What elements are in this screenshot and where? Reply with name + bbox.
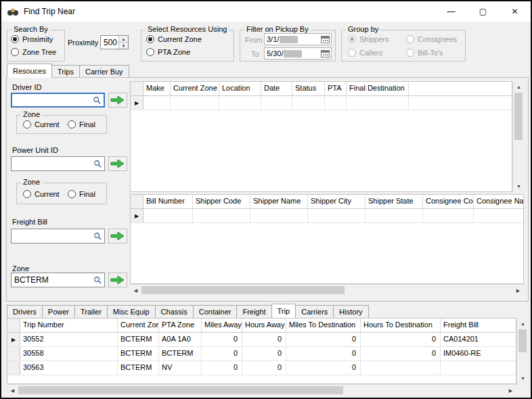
cell-current-zone[interactable]: BCTERM — [118, 361, 159, 375]
radio-proximity[interactable]: Proximity — [11, 35, 53, 43]
radio-power-zone-current[interactable]: Current — [23, 190, 60, 198]
scrollbar-thumb[interactable] — [518, 329, 527, 352]
cell-miles-away[interactable]: 0 — [202, 347, 242, 360]
column-header-status[interactable]: Status — [292, 82, 325, 95]
power-unit-go-button[interactable] — [108, 156, 127, 171]
power-unit-input[interactable] — [11, 156, 105, 171]
tab-trip[interactable]: Trip — [271, 304, 296, 318]
lookup-icon[interactable] — [92, 275, 104, 285]
radio-pta-zone[interactable]: PTA Zone — [146, 48, 190, 56]
scrollbar-thumb[interactable] — [514, 93, 523, 140]
lookup-icon[interactable] — [92, 158, 104, 169]
cell-pta-zone[interactable]: NV — [159, 361, 202, 375]
equipment-grid-vscrollbar[interactable]: ▲ ▼ — [512, 81, 524, 192]
proximity-spinner[interactable]: 500 ▲ ▼ — [100, 35, 129, 49]
tab-drivers[interactable]: Drivers — [7, 305, 43, 318]
column-header-miles-away[interactable]: Miles Away — [202, 319, 242, 332]
column-header-shipper-code[interactable]: Shipper Code — [193, 195, 250, 208]
calendar-icon[interactable] — [319, 48, 331, 59]
scrollbar-thumb[interactable] — [141, 286, 345, 294]
spinner-down-icon[interactable]: ▼ — [119, 43, 128, 49]
cell-trip-number[interactable]: 30563 — [20, 361, 118, 375]
row-marker-cell[interactable] — [7, 347, 20, 360]
column-header-consignee-name[interactable]: Consignee Name — [474, 195, 524, 208]
calendar-icon[interactable] — [319, 34, 331, 45]
cell-freight-bill[interactable] — [441, 361, 516, 375]
cell-hours-away[interactable]: 0 — [242, 347, 286, 360]
column-header-consignee-code[interactable]: Consignee Code — [423, 195, 474, 208]
column-header-shipper-state[interactable]: Shipper State — [365, 195, 423, 208]
scroll-down-icon[interactable]: ▼ — [517, 373, 529, 384]
cell-current-zone[interactable]: BCTERM — [118, 347, 159, 360]
cell-trip-number[interactable]: 30558 — [20, 347, 118, 360]
row-marker-cell[interactable] — [7, 361, 20, 375]
radio-driver-zone-final[interactable]: Final — [68, 120, 95, 128]
zone-input[interactable]: BCTERM — [11, 273, 105, 287]
cell-miles-to-destination[interactable]: 0 — [286, 361, 361, 375]
trip-grid-vscrollbar[interactable]: ▲ ▼ — [516, 318, 528, 384]
radio-consignees[interactable]: Consignees — [406, 35, 457, 43]
column-header-pta[interactable]: PTA — [325, 82, 347, 95]
trip-grid-hscrollbar[interactable]: ◀ ▶ — [7, 384, 516, 396]
cell-hours-to-destination[interactable]: 0 — [361, 347, 441, 360]
scroll-left-icon[interactable]: ◀ — [130, 285, 141, 296]
radio-zone-tree[interactable]: Zone Tree — [11, 48, 56, 56]
cell-pta-zone[interactable]: BCTERM — [159, 347, 202, 360]
column-header-location[interactable]: Location — [219, 82, 261, 95]
tab-history[interactable]: History — [333, 305, 368, 318]
cell-hours-to-destination[interactable]: 0 — [361, 333, 441, 346]
tab-trailer[interactable]: Trailer — [74, 305, 108, 318]
tab-chassis[interactable]: Chassis — [155, 305, 194, 318]
shipment-grid-new-row[interactable]: ▶ — [131, 209, 523, 223]
column-header-pta-zone[interactable]: PTA Zone — [159, 319, 202, 332]
column-header-freight-bill[interactable]: Freight Bill — [441, 319, 516, 332]
cell-miles-to-destination[interactable]: 0 — [286, 333, 361, 346]
cell-miles-to-destination[interactable]: 0 — [286, 347, 361, 360]
column-header-miles-to-destination[interactable]: Miles To Destination — [286, 319, 361, 332]
tab-container[interactable]: Container — [193, 305, 238, 318]
scroll-right-icon[interactable]: ▶ — [505, 385, 516, 396]
tab-misc-equip[interactable]: Misc Equip — [107, 305, 156, 318]
column-header-current-zone[interactable]: Current Zone — [171, 82, 219, 95]
pickup-to-input[interactable]: 5/30/ — [264, 47, 332, 60]
tab-trips[interactable]: Trips — [51, 65, 80, 78]
row-marker-icon[interactable]: ▶ — [7, 333, 20, 346]
freight-bill-input[interactable] — [11, 229, 105, 243]
scrollbar-track[interactable] — [141, 285, 512, 296]
freight-bill-go-button[interactable] — [108, 229, 127, 243]
cell-miles-away[interactable]: 0 — [202, 333, 242, 346]
radio-bill-tos[interactable]: Bill-To's — [406, 49, 443, 57]
tab-resources[interactable]: Resouces — [7, 64, 52, 78]
tab-freight[interactable]: Freight — [236, 305, 271, 318]
pickup-from-input[interactable]: 3/1/ — [264, 33, 332, 45]
maximize-button[interactable]: ▢ — [467, 1, 499, 22]
cell-current-zone[interactable]: BCTERM — [118, 333, 159, 346]
equipment-grid-new-row[interactable]: ▶ — [131, 96, 512, 110]
cell-freight-bill[interactable]: CA014201 — [441, 333, 516, 346]
column-header-current-zone[interactable]: Current Zone — [118, 319, 159, 332]
column-header-final-destination[interactable]: Final Destination — [347, 82, 409, 95]
scroll-left-icon[interactable]: ◀ — [7, 385, 18, 396]
cell-freight-bill[interactable]: IM0460-RE — [441, 347, 516, 360]
cell-hours-away[interactable]: 0 — [242, 333, 286, 346]
driver-id-go-button[interactable] — [108, 93, 127, 108]
column-header-bill-number[interactable]: Bill Number — [143, 195, 193, 208]
minimize-button[interactable]: — — [435, 1, 467, 22]
lookup-icon[interactable] — [91, 95, 103, 105]
tab-carrier-buy[interactable]: Carrier Buy — [79, 65, 129, 78]
column-header-date[interactable]: Date — [261, 82, 292, 95]
radio-driver-zone-current[interactable]: Current — [23, 120, 60, 128]
column-header-hours-to-destination[interactable]: Hours To Destination — [361, 319, 441, 332]
scroll-up-icon[interactable]: ▲ — [513, 81, 525, 93]
scrollbar-thumb[interactable] — [18, 386, 343, 394]
table-row[interactable]: 30558 BCTERM BCTERM 0 0 0 0 IM0460-RE — [7, 347, 516, 361]
spinner-up-icon[interactable]: ▲ — [119, 36, 128, 43]
scrollbar-track[interactable] — [513, 93, 524, 181]
driver-id-input[interactable] — [11, 93, 105, 108]
column-header-hours-away[interactable]: Hours Away — [242, 319, 286, 332]
radio-power-zone-final[interactable]: Final — [68, 190, 95, 198]
table-row[interactable]: ▶ 30552 BCTERM A0A 1A0 0 0 0 0 CA014201 — [7, 333, 516, 347]
close-button[interactable]: ✕ — [499, 1, 531, 22]
radio-callers[interactable]: Callers — [348, 49, 382, 57]
radio-shippers[interactable]: Shippers — [348, 35, 389, 43]
